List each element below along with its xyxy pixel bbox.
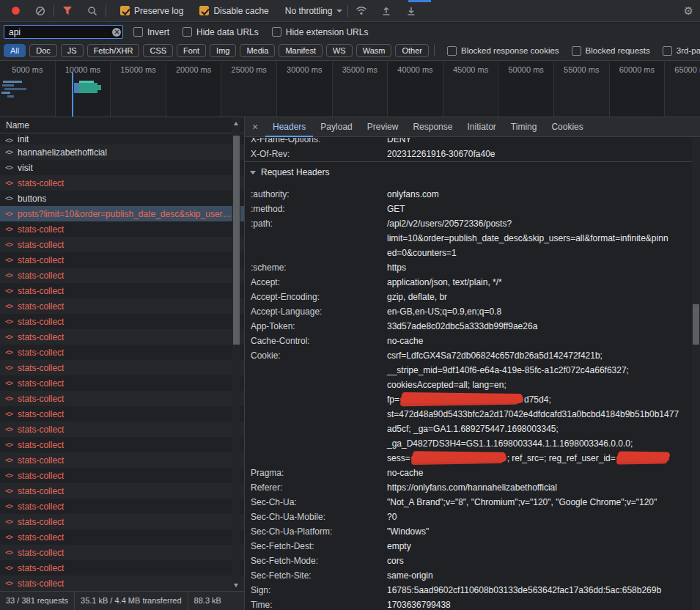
request-headers-section[interactable]: Request Headers bbox=[245, 161, 700, 183]
request-row[interactable]: <>stats-collect bbox=[0, 375, 244, 391]
request-row[interactable]: <>hannahelizabethofficial bbox=[0, 144, 244, 160]
request-row[interactable]: <>stats-collect bbox=[0, 329, 244, 345]
request-row[interactable]: <>visit bbox=[0, 160, 244, 175]
tab-response[interactable]: Response bbox=[405, 117, 460, 137]
filter-icon[interactable] bbox=[59, 3, 75, 19]
extra-filter-checkbox[interactable]: 3rd-party requests bbox=[663, 46, 700, 56]
request-row[interactable]: <>stats-collect bbox=[0, 221, 244, 237]
request-row[interactable]: <>stats-collect bbox=[0, 237, 244, 252]
header-name: Accept-Encoding: bbox=[245, 290, 387, 304]
timeline-overview[interactable]: 5000 ms10000 ms15000 ms20000 ms25000 ms3… bbox=[0, 62, 700, 117]
request-row[interactable]: <>init bbox=[0, 134, 244, 144]
type-filter-img[interactable]: Img bbox=[210, 44, 236, 57]
type-filter-all[interactable]: All bbox=[4, 44, 26, 57]
request-row[interactable]: <>stats-collect bbox=[0, 483, 244, 499]
request-row[interactable]: <>stats-collect bbox=[0, 283, 244, 298]
scrollbar-thumb[interactable] bbox=[233, 136, 240, 345]
request-row[interactable]: <>stats-collect bbox=[0, 560, 244, 576]
request-name: stats-collect bbox=[18, 363, 64, 373]
header-value: ?0 bbox=[387, 510, 700, 524]
header-value: 1703636799438 bbox=[387, 598, 700, 610]
extra-filter-checkbox[interactable]: Blocked requests bbox=[572, 46, 650, 56]
disable-cache-checkbox[interactable]: Disable cache bbox=[199, 6, 268, 16]
request-row[interactable]: <>stats-collect bbox=[0, 175, 244, 191]
scrollbar-thumb[interactable] bbox=[693, 304, 699, 345]
clear-network-log-button[interactable] bbox=[32, 3, 48, 19]
type-filter-manifest[interactable]: Manifest bbox=[279, 44, 323, 57]
request-row[interactable]: <>stats-collect bbox=[0, 499, 244, 514]
request-row[interactable]: <>stats-collect bbox=[0, 252, 244, 268]
waterfall-bar bbox=[3, 81, 22, 83]
header-name: :path: bbox=[245, 216, 387, 260]
request-row[interactable]: <>stats-collect bbox=[0, 298, 244, 314]
close-details-icon[interactable]: × bbox=[245, 121, 265, 133]
request-row[interactable]: <>stats-collect bbox=[0, 468, 244, 483]
header-value: no-cache bbox=[387, 334, 700, 348]
settings-gear-icon[interactable]: ⚙ bbox=[684, 5, 693, 16]
request-row[interactable]: <>stats-collect bbox=[0, 314, 244, 329]
header-value-line: sess=; ref_src=; reg_ref_user_id= bbox=[387, 451, 687, 466]
tab-timing[interactable]: Timing bbox=[504, 117, 545, 137]
hide-data-urls-checkbox[interactable]: Hide data URLs bbox=[183, 27, 259, 37]
invert-checkbox[interactable]: Invert bbox=[133, 27, 169, 37]
header-name: Sec-Ch-Ua-Mobile: bbox=[245, 510, 387, 524]
request-row[interactable]: <>stats-collect bbox=[0, 545, 244, 560]
request-row[interactable]: <>stats-collect bbox=[0, 452, 244, 468]
request-row[interactable]: <>stats-collect bbox=[0, 268, 244, 283]
request-row[interactable]: <>stats-collect bbox=[0, 437, 244, 452]
header-row: Referer:https://onlyfans.com/hannaheliza… bbox=[245, 480, 700, 495]
file-type-icon: <> bbox=[5, 348, 12, 356]
request-name: stats-collect bbox=[18, 271, 64, 281]
request-name: stats-collect bbox=[18, 501, 64, 512]
header-name: Sec-Ch-Ua-Platform: bbox=[245, 524, 387, 539]
tab-payload[interactable]: Payload bbox=[313, 117, 359, 137]
request-row[interactable]: <>stats-collect bbox=[0, 406, 244, 422]
tab-preview[interactable]: Preview bbox=[360, 117, 406, 137]
request-type-filters: AllDocJSFetch/XHRCSSFontImgMediaManifest… bbox=[0, 41, 700, 61]
request-list-scrollbar[interactable] bbox=[232, 118, 240, 591]
extra-filter-checkbox[interactable]: Blocked response cookies bbox=[447, 46, 559, 56]
request-row[interactable]: <>posts?limit=10&order=publish_date_desc… bbox=[0, 206, 244, 221]
scroll-up-icon[interactable] bbox=[234, 122, 238, 125]
type-filter-other[interactable]: Other bbox=[395, 44, 429, 57]
export-har-icon[interactable] bbox=[403, 3, 419, 19]
request-row[interactable]: <>stats-collect bbox=[0, 422, 244, 437]
header-name: Sec-Fetch-Site: bbox=[245, 568, 387, 583]
request-row[interactable]: <>stats-collect bbox=[0, 391, 244, 406]
header-row: Sec-Ch-Ua-Mobile:?0 bbox=[245, 510, 700, 524]
header-row: Sign:16785:5aad9602cf110608b03133de56364… bbox=[245, 583, 700, 598]
type-filter-fetch-xhr[interactable]: Fetch/XHR bbox=[87, 44, 140, 57]
scroll-down-icon[interactable] bbox=[234, 584, 238, 587]
search-icon[interactable] bbox=[84, 3, 100, 19]
request-row[interactable]: <>stats-collect bbox=[0, 360, 244, 375]
type-filter-js[interactable]: JS bbox=[61, 44, 84, 57]
hide-extension-urls-checkbox[interactable]: Hide extension URLs bbox=[272, 27, 369, 37]
type-filter-wasm[interactable]: Wasm bbox=[356, 44, 392, 57]
request-row[interactable]: <>stats-collect bbox=[0, 576, 244, 591]
file-type-icon: <> bbox=[5, 136, 12, 144]
record-button[interactable] bbox=[7, 3, 23, 19]
request-row[interactable]: <>buttons bbox=[0, 191, 244, 206]
type-filter-media[interactable]: Media bbox=[240, 44, 275, 57]
tab-cookies[interactable]: Cookies bbox=[544, 117, 590, 137]
header-value-line: __stripe_mid=9df140f6-e64a-419e-85fc-a1c… bbox=[387, 363, 687, 378]
preserve-log-checkbox[interactable]: Preserve log bbox=[120, 6, 183, 16]
request-row[interactable]: <>stats-collect bbox=[0, 345, 244, 360]
type-filter-font[interactable]: Font bbox=[177, 44, 206, 57]
type-filter-css[interactable]: CSS bbox=[143, 44, 173, 57]
details-scrollbar[interactable] bbox=[692, 138, 700, 610]
name-column-header[interactable]: Name bbox=[0, 117, 244, 133]
network-conditions-icon[interactable] bbox=[353, 3, 369, 19]
request-row[interactable]: <>stats-collect bbox=[0, 514, 244, 529]
import-har-icon[interactable] bbox=[378, 3, 394, 19]
type-filter-doc[interactable]: Doc bbox=[29, 44, 57, 57]
clear-filter-icon[interactable] bbox=[112, 28, 121, 37]
tab-headers[interactable]: Headers bbox=[265, 117, 313, 137]
details-tab-bar: × HeadersPayloadPreviewResponseInitiator… bbox=[245, 117, 700, 137]
throttling-select[interactable]: No throttling bbox=[285, 6, 343, 16]
request-row[interactable]: <>stats-collect bbox=[0, 529, 244, 545]
checkbox-unchecked-icon bbox=[272, 27, 281, 37]
type-filter-ws[interactable]: WS bbox=[326, 44, 353, 57]
network-filter-input[interactable] bbox=[4, 25, 123, 39]
tab-initiator[interactable]: Initiator bbox=[460, 117, 503, 137]
